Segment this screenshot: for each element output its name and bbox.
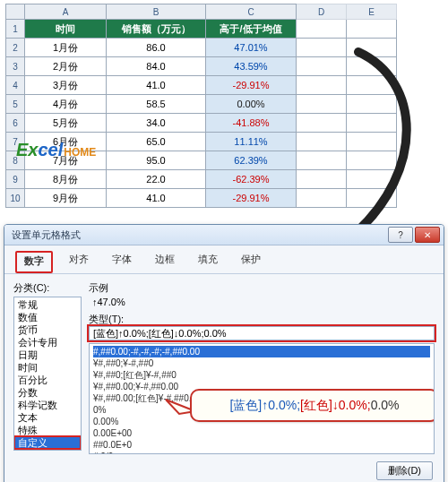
category-item[interactable]: 会计专用 (14, 336, 81, 349)
row-header[interactable]: 4 (6, 76, 25, 95)
row-header[interactable]: 9 (6, 170, 25, 189)
tab-对齐[interactable]: 对齐 (62, 251, 96, 273)
cell[interactable] (297, 170, 347, 189)
type-input[interactable] (89, 326, 435, 340)
col-header[interactable]: E (347, 4, 397, 20)
cell[interactable] (297, 39, 347, 57)
close-button[interactable]: ✕ (415, 227, 440, 243)
cell[interactable] (297, 114, 347, 133)
cell[interactable] (347, 76, 397, 95)
cell[interactable]: 0.00% (206, 95, 297, 114)
category-item[interactable]: 自定义 (14, 436, 81, 449)
cell[interactable]: 41.0 (107, 76, 206, 95)
col-header[interactable]: D (297, 4, 347, 20)
row-header[interactable]: 6 (6, 114, 25, 133)
col-header[interactable]: C (206, 4, 297, 20)
cell[interactable]: 41.0 (107, 189, 206, 208)
spreadsheet[interactable]: A B C D E 1 时间 销售额（万元） 高于/低于均值 21月份86.04… (5, 4, 397, 208)
cell[interactable] (347, 133, 397, 151)
cell[interactable]: 84.0 (107, 57, 206, 76)
category-item[interactable]: 特殊 (14, 424, 81, 436)
delete-button[interactable]: 删除(D) (376, 461, 433, 480)
cell[interactable]: 86.0 (107, 39, 206, 57)
format-code-item[interactable]: ¥#,##0;[红色]¥-#,##0 (93, 369, 430, 381)
tab-数字[interactable]: 数字 (15, 251, 53, 273)
cell[interactable]: -41.88% (206, 114, 297, 133)
row-header[interactable]: 1 (6, 20, 25, 39)
col-header[interactable]: B (107, 4, 206, 20)
cell[interactable] (297, 189, 347, 208)
cell[interactable]: 2月份 (25, 57, 107, 76)
cell[interactable] (347, 114, 397, 133)
category-item[interactable]: 科学记数 (14, 399, 81, 411)
cell[interactable] (347, 95, 397, 114)
table-header-row: 1 时间 销售额（万元） 高于/低于均值 (6, 20, 397, 39)
tab-边框[interactable]: 边框 (148, 251, 182, 273)
cell[interactable]: 销售额（万元） (107, 20, 206, 39)
cell[interactable]: 22.0 (107, 170, 206, 189)
row-header[interactable]: 10 (6, 189, 25, 208)
row-header[interactable]: 5 (6, 95, 25, 114)
help-button[interactable]: ? (388, 227, 413, 243)
format-code-item[interactable]: #,##0.00;-#,-#,-#;-#,##0.00 (93, 346, 430, 357)
row-header[interactable]: 8 (6, 151, 25, 170)
cell[interactable]: 62.39% (206, 151, 297, 170)
category-item[interactable]: 分数 (14, 386, 81, 399)
col-header[interactable]: A (25, 4, 107, 20)
cell[interactable] (297, 133, 347, 151)
category-list[interactable]: 常规数值货币会计专用日期时间百分比分数科学记数文本特殊自定义 (13, 297, 82, 451)
cell[interactable]: 65.0 (107, 133, 206, 151)
cell[interactable]: 43.59% (206, 57, 297, 76)
cell[interactable]: 34.0 (107, 114, 206, 133)
format-code-list[interactable]: #,##0.00;-#,-#,-#;-#,##0.00¥#,##0;¥-#,##… (89, 343, 435, 454)
cell[interactable]: 1月份 (25, 39, 107, 57)
cell[interactable] (347, 20, 397, 39)
tab-保护[interactable]: 保护 (234, 251, 268, 273)
cell[interactable]: 95.0 (107, 151, 206, 170)
category-item[interactable]: 文本 (14, 411, 81, 424)
format-code-item[interactable]: 0.00E+00 (93, 427, 430, 439)
cell[interactable] (297, 57, 347, 76)
category-item[interactable]: 数值 (14, 311, 81, 323)
format-code-item[interactable]: # ?/? (93, 451, 430, 454)
cell[interactable]: 5月份 (25, 114, 107, 133)
cell[interactable] (297, 95, 347, 114)
cell[interactable]: -62.39% (206, 170, 297, 189)
cell[interactable]: 6月份 (25, 133, 107, 151)
table-row: 54月份58.50.00% (6, 95, 397, 114)
cell[interactable] (347, 151, 397, 170)
cell[interactable] (297, 20, 347, 39)
cell[interactable]: 11.11% (206, 133, 297, 151)
cell[interactable] (347, 170, 397, 189)
dialog-titlebar[interactable]: 设置单元格格式 ? ✕ (4, 225, 444, 245)
cell[interactable]: -29.91% (206, 76, 297, 95)
row-header[interactable]: 7 (6, 133, 25, 151)
cell[interactable]: 8月份 (25, 170, 107, 189)
cell[interactable]: 9月份 (25, 189, 107, 208)
format-code-item[interactable]: ##0.0E+0 (93, 439, 430, 451)
category-item[interactable]: 常规 (14, 298, 81, 311)
cell[interactable]: 高于/低于均值 (206, 20, 297, 39)
format-code-item[interactable]: ¥#,##0;¥-#,##0 (93, 357, 430, 369)
category-item[interactable]: 货币 (14, 323, 81, 336)
cell[interactable]: 3月份 (25, 76, 107, 95)
cell[interactable] (347, 57, 397, 76)
cell[interactable] (297, 151, 347, 170)
tab-填充[interactable]: 填充 (191, 251, 225, 273)
tab-字体[interactable]: 字体 (105, 251, 139, 273)
cell[interactable]: 时间 (25, 20, 107, 39)
cell[interactable]: 4月份 (25, 95, 107, 114)
category-item[interactable]: 时间 (14, 361, 81, 374)
category-item[interactable]: 百分比 (14, 374, 81, 386)
row-header[interactable]: 2 (6, 39, 25, 57)
cell[interactable]: 7月份 (25, 151, 107, 170)
row-header[interactable]: 3 (6, 57, 25, 76)
cell[interactable] (297, 76, 347, 95)
cell[interactable] (347, 189, 397, 208)
category-item[interactable]: 日期 (14, 349, 81, 361)
cell[interactable]: 47.01% (206, 39, 297, 57)
corner-cell[interactable] (6, 4, 25, 20)
cell[interactable]: -29.91% (206, 189, 297, 208)
cell[interactable]: 58.5 (107, 95, 206, 114)
cell[interactable] (347, 39, 397, 57)
